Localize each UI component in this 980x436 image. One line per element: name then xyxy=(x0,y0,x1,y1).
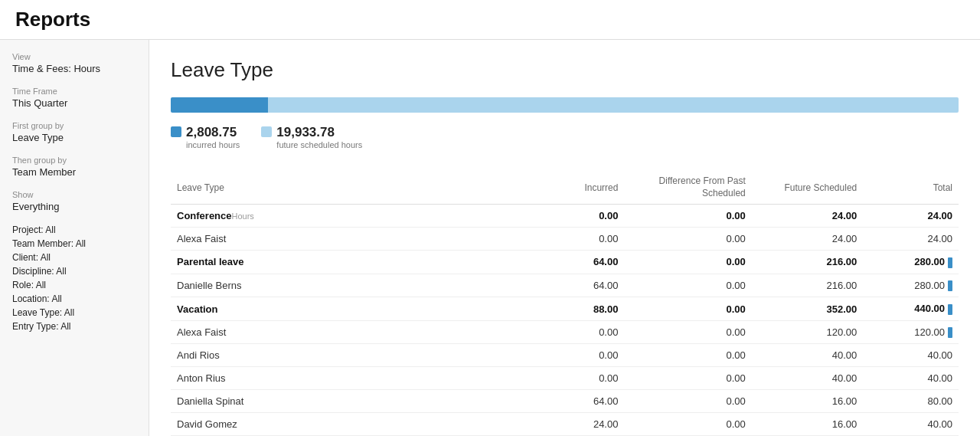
diff-cell: 0.00 xyxy=(624,413,751,436)
legend: 2,808.75 incurred hours 19,933.78 future… xyxy=(171,125,959,149)
sidebar-filter-item[interactable]: Leave Type: All xyxy=(12,307,136,318)
total-cell: 120.00 xyxy=(863,320,959,344)
group-name-cell: Vacation xyxy=(171,297,529,321)
incurred-cell: 24.00 xyxy=(529,413,625,436)
total-cell: 80.00 xyxy=(863,390,959,413)
table-row: Andi Rios0.000.0040.0040.00 xyxy=(171,344,959,367)
member-name-cell: Anton Rius xyxy=(171,367,529,390)
thengroup-value[interactable]: Team Member xyxy=(12,166,136,178)
table-row: Alexa Faist0.000.0024.0024.00 xyxy=(171,228,959,251)
member-name-cell: David Gomez xyxy=(171,413,529,436)
future-label: future scheduled hours xyxy=(276,140,362,149)
sidebar-filters: Project: AllTeam Member: AllClient: AllD… xyxy=(12,225,136,332)
member-name-cell: Alexa Faist xyxy=(171,320,529,344)
sidebar-filter-item[interactable]: Location: All xyxy=(12,293,136,304)
bar-indicator xyxy=(948,304,952,315)
col-header-total: Total xyxy=(863,171,959,205)
diff-cell: 0.00 xyxy=(624,205,751,228)
bar-indicator xyxy=(948,327,952,338)
show-value[interactable]: Everything xyxy=(12,201,136,212)
member-name-cell: Danielle Berns xyxy=(171,274,529,297)
diff-cell: 0.00 xyxy=(624,228,751,251)
future-cell: 24.00 xyxy=(752,228,864,251)
sidebar-show-section: Show Everything xyxy=(12,190,136,212)
total-cell: 40.00 xyxy=(863,344,959,367)
group-name-cell: ConferenceHours xyxy=(171,205,529,228)
table-row: Alexa Faist0.000.00120.00120.00 xyxy=(171,320,959,344)
total-cell: 24.00 xyxy=(863,205,959,228)
view-label: View xyxy=(12,52,136,61)
sidebar-filter-item[interactable]: Project: All xyxy=(12,225,136,235)
table-row: Parental leave64.000.00216.00280.00 xyxy=(171,251,959,274)
incurred-swatch xyxy=(171,126,181,137)
main-content: Leave Type 2,808.75 incurred hours 19,93… xyxy=(149,40,980,436)
incurred-cell: 0.00 xyxy=(529,205,625,228)
future-cell: 16.00 xyxy=(752,413,864,436)
legend-future: 19,933.78 future scheduled hours xyxy=(261,125,362,149)
timeframe-value[interactable]: This Quarter xyxy=(12,97,136,109)
sidebar-filter-item[interactable]: Entry Type: All xyxy=(12,321,136,332)
sidebar-thengroup-section: Then group by Team Member xyxy=(12,156,136,178)
col-header-incurred: Incurred xyxy=(529,171,625,205)
incurred-label: incurred hours xyxy=(186,140,240,149)
total-cell: 40.00 xyxy=(863,367,959,390)
diff-cell: 0.00 xyxy=(624,390,751,413)
member-name-cell: Andi Rios xyxy=(171,344,529,367)
total-cell: 440.00 xyxy=(863,297,959,321)
page-title: Reports xyxy=(15,8,965,31)
total-cell: 280.00 xyxy=(863,274,959,297)
bar-indicator xyxy=(948,280,952,291)
diff-cell: 0.00 xyxy=(624,297,751,321)
incurred-cell: 0.00 xyxy=(529,344,625,367)
table-row: Danielle Berns64.000.00216.00280.00 xyxy=(171,274,959,297)
incurred-cell: 0.00 xyxy=(529,367,625,390)
diff-cell: 0.00 xyxy=(624,344,751,367)
group-name-cell: Parental leave xyxy=(171,251,529,274)
future-cell: 16.00 xyxy=(752,390,864,413)
timeframe-label: Time Frame xyxy=(12,87,136,96)
incurred-cell: 64.00 xyxy=(529,251,625,274)
future-cell: 216.00 xyxy=(752,274,864,297)
table-row: ConferenceHours0.000.0024.0024.00 xyxy=(171,205,959,228)
sidebar-filter-item[interactable]: Team Member: All xyxy=(12,238,136,249)
bar-indicator xyxy=(948,257,952,268)
future-cell: 120.00 xyxy=(752,320,864,344)
total-cell: 40.00 xyxy=(863,413,959,436)
future-cell: 24.00 xyxy=(752,205,864,228)
bar-future xyxy=(268,97,959,113)
report-title: Leave Type xyxy=(171,58,959,82)
show-label: Show xyxy=(12,190,136,199)
sidebar-filter-item[interactable]: Client: All xyxy=(12,252,136,263)
incurred-cell: 64.00 xyxy=(529,274,625,297)
view-value[interactable]: Time & Fees: Hours xyxy=(12,63,136,74)
table-row: David Gomez24.000.0016.0040.00 xyxy=(171,413,959,436)
table-header-row: Leave Type Incurred Difference From Past… xyxy=(171,171,959,205)
incurred-cell: 88.00 xyxy=(529,297,625,321)
col-header-diff: Difference From PastScheduled xyxy=(624,171,751,205)
leave-type-table: Leave Type Incurred Difference From Past… xyxy=(171,171,959,436)
table-row: Vacation88.000.00352.00440.00 xyxy=(171,297,959,321)
incurred-cell: 0.00 xyxy=(529,320,625,344)
diff-cell: 0.00 xyxy=(624,251,751,274)
total-cell: 280.00 xyxy=(863,251,959,274)
incurred-cell: 64.00 xyxy=(529,390,625,413)
sidebar-timeframe-section: Time Frame This Quarter xyxy=(12,87,136,109)
thengroup-label: Then group by xyxy=(12,156,136,165)
sidebar-filter-item[interactable]: Discipline: All xyxy=(12,266,136,277)
bar-incurred xyxy=(171,97,268,113)
table-body: ConferenceHours0.000.0024.0024.00Alexa F… xyxy=(171,205,959,436)
firstgroup-value[interactable]: Leave Type xyxy=(12,132,136,143)
sidebar-filter-item[interactable]: Role: All xyxy=(12,280,136,290)
future-cell: 216.00 xyxy=(752,251,864,274)
firstgroup-label: First group by xyxy=(12,121,136,130)
future-value: 19,933.78 xyxy=(276,125,362,140)
member-name-cell: Alexa Faist xyxy=(171,228,529,251)
future-cell: 40.00 xyxy=(752,344,864,367)
future-cell: 352.00 xyxy=(752,297,864,321)
diff-cell: 0.00 xyxy=(624,274,751,297)
table-row: Daniella Spinat64.000.0016.0080.00 xyxy=(171,390,959,413)
future-cell: 40.00 xyxy=(752,367,864,390)
legend-incurred: 2,808.75 incurred hours xyxy=(171,125,240,149)
col-header-future: Future Scheduled xyxy=(752,171,864,205)
diff-cell: 0.00 xyxy=(624,320,751,344)
